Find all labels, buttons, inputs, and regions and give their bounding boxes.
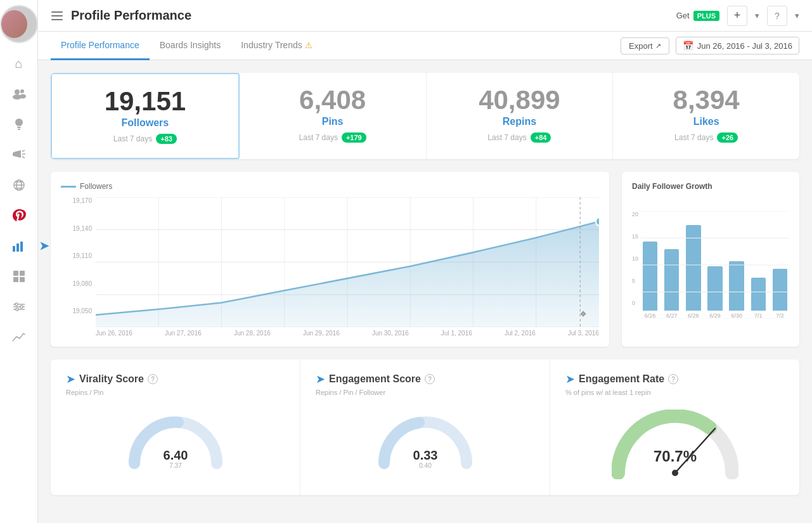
add-button[interactable]: + [727,6,747,26]
engagement-rate-card: ➤ Engagement Rate ? % of pins w/ at leas… [550,359,799,495]
bar-item-71: 7/1 [749,224,768,319]
content-area: 19,151 Followers Last 7 days +83 6,408 P… [38,60,812,523]
virality-header: ➤ Virality Score ? [66,372,285,386]
grid-icon [13,270,25,283]
home-icon: ⌂ [15,56,22,71]
svg-point-3 [20,94,26,99]
followers-number: 19,151 [65,88,226,115]
tab-profile-performance[interactable]: Profile Performance [51,32,150,60]
virality-gauge-svg: 6.40 7.37 30-Day Avg. [125,413,226,470]
sidebar: P ⌂ ➤ [0,0,38,523]
chart-svg-container: ⌖ [96,197,599,327]
likes-label: Likes [626,116,787,127]
help-chevron: ▾ [795,11,799,20]
svg-line-9 [22,150,25,152]
sidebar-item-grid[interactable] [0,261,37,292]
tab-industry-trends[interactable]: Industry Trends ⚠ [231,32,323,60]
bar-fill-628 [686,225,700,311]
bar-chart-title: Daily Follower Growth [632,182,789,191]
svg-rect-17 [13,246,15,252]
svg-text:6.40: 6.40 [163,448,188,462]
svg-rect-6 [18,129,20,130]
virality-arrow-icon: ➤ [66,372,75,386]
bar-label-627: 6/27 [666,313,678,319]
followers-period: Last 7 days +83 [65,134,226,144]
bar-fill-629 [707,266,722,311]
bar-item-628: 6/28 [684,224,702,319]
bar-item-72: 7/2 [771,224,789,319]
sidebar-nav: ⌂ ➤ [0,48,37,352]
svg-point-66 [672,470,678,476]
svg-rect-21 [20,271,25,276]
svg-rect-8 [13,153,15,156]
virality-subtitle: Repins / Pin [66,389,285,396]
engagement-rate-gauge-svg: 70.7% [612,410,738,479]
svg-point-25 [20,306,23,308]
pins-number: 6,408 [252,87,413,113]
y-axis-labels: 19,170 19,140 19,110 19,080 19,050 [61,197,96,327]
bar-label-626: 6/26 [645,313,656,319]
tab-warning-icon: ⚠ [305,41,313,50]
svg-line-11 [22,157,25,158]
stats-row: 19,151 Followers Last 7 days +83 6,408 P… [51,73,799,159]
bar-label-630: 6/30 [731,313,742,319]
svg-text:70.7%: 70.7% [653,448,696,465]
sidebar-item-globe[interactable] [0,170,37,200]
bar-item-627: 6/27 [662,224,681,319]
export-button[interactable]: Export ↗ [621,37,669,55]
tab-actions: Export ↗ 📅 Jun 26, 2016 - Jul 3, 2016 [621,37,799,55]
repins-number: 40,899 [439,87,600,113]
bar-label-629: 6/29 [709,313,721,319]
tab-bar: Profile Performance Boards Insights Indu… [38,32,812,60]
engagement-rate-title: Engagement Rate [579,373,664,385]
engagement-rate-subtitle: % of pins w/ at least 1 repin [565,389,784,396]
bar-fill-627 [664,249,679,311]
engagement-rate-arrow-icon: ➤ [565,372,575,386]
svg-point-1 [20,89,24,93]
engagement-rate-help-button[interactable]: ? [668,374,678,384]
calendar-icon: 📅 [683,41,693,51]
svg-text:0.40: 0.40 [419,462,432,469]
export-icon: ↗ [655,42,661,50]
likes-badge: +26 [717,132,738,143]
chart-cursor-tooltip: ⌖ [580,307,586,321]
sidebar-item-trends[interactable] [0,322,37,352]
engagement-rate-header: ➤ Engagement Rate ? [565,372,784,386]
help-button[interactable]: ? [767,6,787,26]
bar-label-72: 7/2 [776,313,784,319]
engagement-help-button[interactable]: ? [425,374,435,384]
tab-boards-insights[interactable]: Boards Insights [150,32,231,60]
menu-button[interactable] [51,10,63,22]
sidebar-item-ideas[interactable] [0,109,37,139]
pinterest-icon [11,208,27,223]
plus-badge[interactable]: PLUS [693,11,719,21]
sidebar-item-pinterest[interactable] [0,200,37,231]
bar-item-626: 6/26 [641,224,659,319]
engagement-score-card: ➤ Engagement Score ? Repins / Pin / Foll… [300,359,550,495]
charts-row: Followers 19,170 19,140 19,110 19,080 19… [51,172,799,347]
line-chart-svg [96,197,599,327]
avatar[interactable]: P [0,5,38,43]
engagement-gauge: 0.33 0.40 30-Day Avg. [316,406,534,482]
sidebar-item-analytics[interactable]: ➤ [0,231,37,261]
svg-rect-5 [17,127,21,128]
engagement-rate-gauge: 70.7% [565,406,784,482]
bar-item-630: 6/30 [728,224,746,319]
virality-help-button[interactable]: ? [148,374,158,384]
date-range-picker[interactable]: 📅 Jun 26, 2016 - Jul 3, 2016 [676,37,799,55]
bar-label-71: 7/1 [754,313,763,319]
sidebar-item-campaigns[interactable] [0,139,37,170]
sidebar-item-filter[interactable] [0,292,37,322]
bar-fill-71 [751,278,766,311]
svg-point-50 [596,217,599,226]
bar-label-628: 6/28 [688,313,699,319]
bar-fill-630 [729,261,744,311]
sidebar-item-home[interactable]: ⌂ [0,48,37,79]
svg-point-26 [16,308,18,311]
audience-icon [12,88,26,100]
engagement-arrow-icon: ➤ [316,372,325,386]
megaphone-icon [12,149,26,160]
likes-period: Last 7 days +26 [626,132,787,143]
sidebar-item-audience[interactable] [0,79,37,109]
filter-icon [13,300,25,313]
